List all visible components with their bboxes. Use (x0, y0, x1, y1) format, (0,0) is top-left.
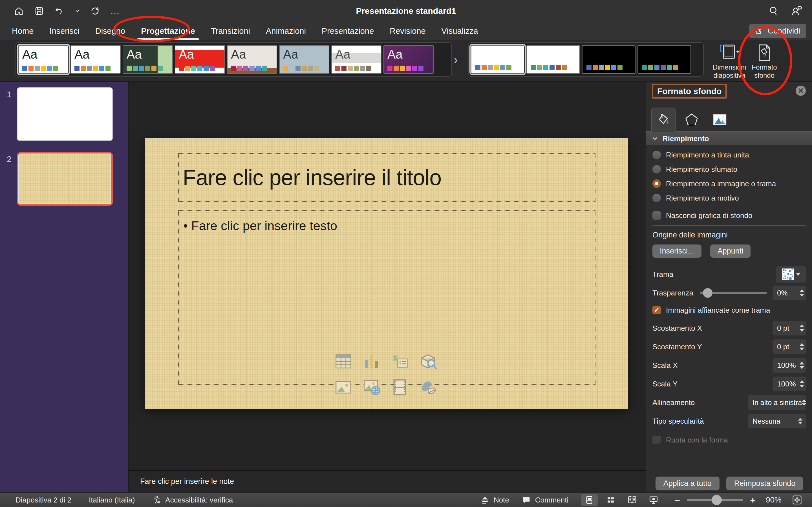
gallery-more-arrow[interactable]: › (454, 54, 458, 66)
format-background-icon (755, 42, 774, 63)
tab-animazioni[interactable]: Animazioni (265, 24, 306, 39)
variant-thumbnail[interactable] (582, 45, 636, 74)
texture-dropdown[interactable] (776, 266, 806, 283)
theme-thumbnail[interactable]: Aa (70, 45, 121, 74)
notes-pane[interactable]: Fare clic per inserire le note (128, 470, 646, 492)
insert-stock-icons-icon[interactable] (418, 378, 438, 397)
tab-disegno[interactable]: Disegno (95, 24, 126, 39)
tab-visualizza[interactable]: Visualizza (441, 24, 479, 39)
slide[interactable]: Fare clic per inserire il titolo • Fare … (146, 138, 627, 409)
tab-inserisci[interactable]: Inserisci (49, 24, 80, 39)
hide-background-checkbox[interactable]: Nascondi grafica di sfondo (652, 210, 806, 221)
variant-thumbnail[interactable] (526, 45, 580, 74)
transparency-spinner[interactable]: 0% (772, 286, 806, 300)
clipboard-button[interactable]: Appunti (710, 244, 751, 258)
slide-size-button[interactable]: Dimensioni diapositiva (713, 42, 746, 79)
search-icon[interactable] (768, 5, 779, 17)
theme-thumbnail[interactable]: Aa (331, 45, 382, 74)
radio-picture-texture-fill[interactable]: Riempimento a immagine o trama (652, 178, 806, 189)
spinner-arrows[interactable] (797, 377, 806, 391)
spinner-arrows[interactable] (797, 358, 806, 373)
variant-thumbnail[interactable] (471, 45, 524, 74)
radio-gradient-fill[interactable]: Riempimento sfumato (652, 164, 806, 175)
mirror-type-dropdown[interactable]: Nessuna (748, 414, 806, 429)
scale-x-spinner[interactable]: 100% (772, 358, 806, 373)
theme-thumbnail[interactable]: Aa (384, 45, 434, 74)
tab-home[interactable]: Home (11, 24, 34, 39)
theme-color-swatch (673, 65, 678, 70)
zoom-out-button[interactable]: − (674, 495, 680, 506)
slideshow-view-button[interactable] (645, 494, 662, 506)
fit-to-window-icon[interactable] (792, 495, 802, 505)
save-icon[interactable] (34, 6, 45, 16)
redo-icon[interactable] (90, 6, 100, 16)
picture-tab[interactable] (708, 108, 732, 132)
comment-icon (522, 495, 531, 505)
insert-online-picture-icon[interactable] (362, 378, 382, 397)
fill-tab[interactable] (651, 108, 675, 132)
ribbon-tab-bar: Home Inserisci Disegno Progettazione Tra… (0, 22, 812, 40)
radio-icon (652, 165, 661, 173)
theme-thumbnail[interactable]: Aa (18, 45, 68, 74)
spinner-arrows[interactable] (797, 321, 806, 335)
language-indicator[interactable]: Italiano (Italia) (89, 496, 135, 504)
normal-view-button[interactable] (581, 494, 598, 506)
theme-color-swatch (562, 65, 567, 70)
theme-thumbnail[interactable]: Aa (279, 45, 329, 74)
slide-2-thumbnail[interactable] (17, 152, 113, 206)
transparency-slider[interactable] (700, 292, 767, 294)
insert-3d-model-icon[interactable] (418, 351, 438, 371)
insert-smartart-icon[interactable] (390, 351, 410, 371)
account-icon[interactable] (791, 5, 802, 17)
slide-counter: Diapositiva 2 di 2 (15, 496, 71, 504)
panel-close-button[interactable]: ✕ (796, 86, 806, 96)
undo-icon[interactable] (54, 6, 65, 16)
theme-thumbnail[interactable]: Aa (175, 45, 225, 74)
insert-picture-button[interactable]: Inserisci... (652, 244, 702, 258)
insert-table-icon[interactable] (334, 351, 353, 371)
zoom-slider[interactable] (687, 499, 743, 501)
reading-view-button[interactable] (624, 494, 641, 506)
tab-presentazione[interactable]: Presentazione (321, 24, 374, 39)
slider-knob[interactable] (703, 288, 712, 298)
alignment-dropdown[interactable]: In alto a sinistra (748, 395, 806, 410)
accessibility-status[interactable]: Accessibilità: verifica (152, 495, 233, 505)
theme-thumbnail[interactable]: Aa (227, 45, 277, 74)
share-button[interactable]: Condividi (749, 24, 806, 38)
zoom-slider-knob[interactable] (712, 495, 722, 505)
slide-1-thumbnail[interactable] (17, 87, 113, 141)
theme-color-swatch (481, 65, 487, 70)
theme-color-swatch (556, 65, 561, 70)
reset-background-button[interactable]: Reimposta sfondo (726, 476, 804, 490)
format-background-button[interactable]: Formato sfondo (748, 42, 781, 79)
effects-tab[interactable] (679, 108, 704, 132)
more-options-icon[interactable]: … (110, 6, 121, 16)
fill-section-header[interactable]: Riempimento (646, 132, 812, 145)
zoom-level[interactable]: 90% (762, 496, 785, 504)
body-placeholder[interactable]: • Fare clic per inserire testo (178, 210, 596, 385)
insert-picture-icon[interactable] (334, 378, 353, 397)
slide-sorter-view-button[interactable] (602, 494, 619, 506)
offset-x-spinner[interactable]: 0 pt (772, 321, 806, 335)
tab-revisione[interactable]: Revisione (389, 24, 426, 39)
notes-toggle[interactable]: Note (480, 495, 509, 505)
apply-to-all-button[interactable]: Applica a tutto (656, 476, 719, 490)
tile-as-texture-checkbox[interactable]: ✓ Immagini affiancate come trama (652, 304, 806, 316)
zoom-in-button[interactable]: + (750, 495, 756, 506)
spinner-arrows[interactable] (797, 339, 806, 354)
scale-y-spinner[interactable]: 100% (772, 377, 806, 391)
insert-video-icon[interactable] (390, 378, 410, 397)
undo-dropdown-chevron-icon[interactable] (74, 6, 80, 16)
radio-pattern-fill[interactable]: Riempimento a motivo (652, 192, 806, 204)
variant-thumbnail[interactable] (638, 45, 691, 74)
tab-progettazione[interactable]: Progettazione (140, 24, 196, 39)
theme-thumbnail[interactable]: Aa (123, 45, 173, 74)
home-icon[interactable] (13, 6, 24, 16)
title-placeholder[interactable]: Fare clic per inserire il titolo (178, 153, 596, 202)
spinner-arrows[interactable] (797, 286, 806, 300)
comments-toggle[interactable]: Commenti (522, 495, 568, 505)
offset-y-spinner[interactable]: 0 pt (772, 339, 806, 354)
radio-solid-fill[interactable]: Riempimento a tinta unita (652, 149, 806, 161)
insert-chart-icon[interactable] (362, 351, 382, 371)
tab-transizioni[interactable]: Transizioni (210, 24, 251, 39)
